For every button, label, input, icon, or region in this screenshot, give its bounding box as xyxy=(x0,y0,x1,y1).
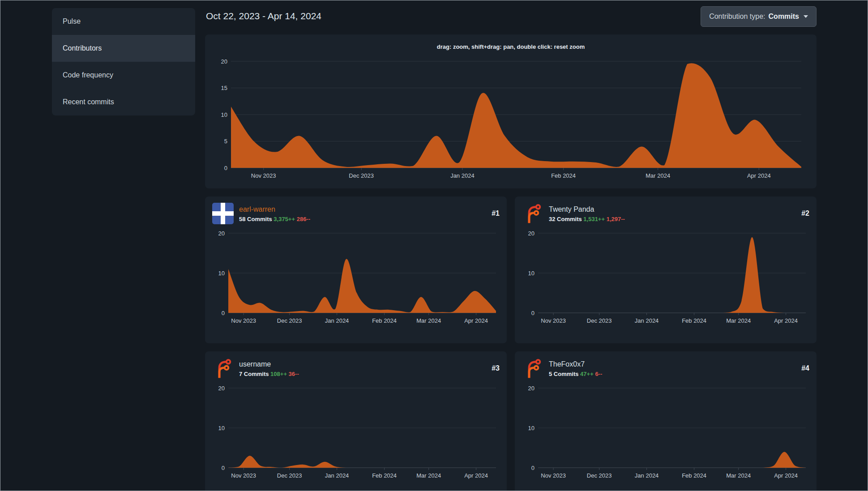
chart-zoom-hint: drag: zoom, shift+drag: pan, double clic… xyxy=(214,41,808,53)
contributor-meta: Twenty Panda 32 Commits 1,531++ 1,297-- xyxy=(549,205,625,222)
svg-text:Nov 2023: Nov 2023 xyxy=(231,317,256,324)
contributor-header: username 7 Commits 108++ 36-- #3 xyxy=(212,358,500,379)
rank-badge: #1 xyxy=(492,209,500,218)
sidebar-item-contributors[interactable]: Contributors xyxy=(52,35,195,62)
contributor-name-link[interactable]: TheFox0x7 xyxy=(549,360,602,369)
svg-text:0: 0 xyxy=(531,310,534,316)
avatar[interactable] xyxy=(212,358,234,379)
contributor-stats: 5 Commits 47++ 6-- xyxy=(549,371,602,377)
contribution-type-value: Commits xyxy=(769,13,799,21)
svg-text:Dec 2023: Dec 2023 xyxy=(587,472,612,479)
svg-text:0: 0 xyxy=(222,465,225,471)
svg-text:Dec 2023: Dec 2023 xyxy=(587,317,612,324)
svg-text:Feb 2024: Feb 2024 xyxy=(682,317,706,324)
deletions-count: 36-- xyxy=(289,371,299,377)
svg-text:0: 0 xyxy=(222,310,225,316)
deletions-count: 6-- xyxy=(595,371,602,377)
sidebar-item-recent-commits[interactable]: Recent commits xyxy=(52,89,195,115)
avatar[interactable] xyxy=(522,358,543,379)
additions-count: 1,531++ xyxy=(583,216,605,222)
sidebar-item-code-frequency[interactable]: Code frequency xyxy=(52,62,195,89)
contributor-stats: 58 Commits 3,375++ 286-- xyxy=(239,216,310,222)
svg-text:Nov 2023: Nov 2023 xyxy=(231,472,256,479)
contributor-grid: earl-warren 58 Commits 3,375++ 286-- #1 … xyxy=(205,196,817,491)
svg-text:Nov 2023: Nov 2023 xyxy=(541,317,566,324)
additions-count: 108++ xyxy=(270,371,287,377)
contributor-commits-chart[interactable]: 01020Nov 2023Dec 2023Jan 2024Feb 2024Mar… xyxy=(522,383,809,483)
identicon-avatar-icon xyxy=(212,203,234,224)
svg-text:5: 5 xyxy=(224,138,227,145)
contributor-name-link[interactable]: earl-warren xyxy=(239,205,310,214)
avatar[interactable] xyxy=(212,203,234,224)
contributor-stats: 7 Commits 108++ 36-- xyxy=(239,371,299,377)
contributor-header: Twenty Panda 32 Commits 1,531++ 1,297-- … xyxy=(522,203,809,224)
svg-text:Nov 2023: Nov 2023 xyxy=(251,172,276,179)
svg-text:Mar 2024: Mar 2024 xyxy=(416,472,441,479)
svg-text:10: 10 xyxy=(218,425,225,431)
rank-badge: #4 xyxy=(801,364,809,372)
svg-text:Dec 2023: Dec 2023 xyxy=(349,172,374,179)
svg-text:0: 0 xyxy=(224,165,227,171)
rank-badge: #2 xyxy=(801,209,809,218)
contributor-header: TheFox0x7 5 Commits 47++ 6-- #4 xyxy=(522,358,809,379)
contributor-name-link[interactable]: username xyxy=(239,360,299,369)
svg-text:Feb 2024: Feb 2024 xyxy=(551,172,576,179)
svg-text:Mar 2024: Mar 2024 xyxy=(726,472,751,479)
contributor-header: earl-warren 58 Commits 3,375++ 286-- #1 xyxy=(212,203,500,224)
additions-count: 3,375++ xyxy=(274,216,295,222)
contributor-stats: 32 Commits 1,531++ 1,297-- xyxy=(549,216,625,222)
svg-text:Nov 2023: Nov 2023 xyxy=(541,472,566,479)
commit-count: 5 Commits xyxy=(549,371,578,377)
contributor-meta: earl-warren 58 Commits 3,375++ 286-- xyxy=(239,205,310,222)
svg-text:20: 20 xyxy=(218,385,225,392)
contributor-commits-chart[interactable]: 01020Nov 2023Dec 2023Jan 2024Feb 2024Mar… xyxy=(522,228,809,328)
svg-text:Feb 2024: Feb 2024 xyxy=(372,472,397,479)
svg-text:Jan 2024: Jan 2024 xyxy=(325,472,349,479)
contributor-name-link[interactable]: Twenty Panda xyxy=(549,205,625,214)
svg-text:Mar 2024: Mar 2024 xyxy=(416,317,441,324)
svg-text:20: 20 xyxy=(528,230,534,237)
svg-text:15: 15 xyxy=(221,85,227,91)
commit-count: 32 Commits xyxy=(549,216,582,222)
main-content: Oct 22, 2023 - Apr 14, 2024 Contribution… xyxy=(205,0,817,491)
avatar[interactable] xyxy=(522,203,543,224)
contributor-card-3: username 7 Commits 108++ 36-- #3 01020No… xyxy=(205,351,507,491)
svg-text:Dec 2023: Dec 2023 xyxy=(277,317,302,324)
svg-text:10: 10 xyxy=(528,425,534,431)
overall-chart-card: drag: zoom, shift+drag: pan, double clic… xyxy=(205,34,817,188)
svg-text:20: 20 xyxy=(221,58,227,65)
svg-text:Jan 2024: Jan 2024 xyxy=(635,472,659,479)
svg-text:Apr 2024: Apr 2024 xyxy=(774,317,798,324)
contributor-card-4: TheFox0x7 5 Commits 47++ 6-- #4 01020Nov… xyxy=(515,351,817,491)
svg-text:Apr 2024: Apr 2024 xyxy=(747,172,771,179)
svg-text:Dec 2023: Dec 2023 xyxy=(277,472,302,479)
svg-text:10: 10 xyxy=(218,270,225,277)
svg-text:Apr 2024: Apr 2024 xyxy=(464,472,488,479)
svg-text:Apr 2024: Apr 2024 xyxy=(464,317,488,324)
svg-text:10: 10 xyxy=(221,111,227,118)
svg-text:Jan 2024: Jan 2024 xyxy=(450,172,475,179)
svg-text:Jan 2024: Jan 2024 xyxy=(635,317,659,324)
contributor-commits-chart[interactable]: 01020Nov 2023Dec 2023Jan 2024Feb 2024Mar… xyxy=(212,383,500,483)
commit-count: 58 Commits xyxy=(239,216,272,222)
svg-text:Mar 2024: Mar 2024 xyxy=(726,317,751,324)
overall-commits-chart[interactable]: 05101520Nov 2023Dec 2023Jan 2024Feb 2024… xyxy=(214,57,808,185)
svg-text:Feb 2024: Feb 2024 xyxy=(372,317,397,324)
activity-sidebar: Pulse Contributors Code frequency Recent… xyxy=(52,8,195,115)
contribution-type-dropdown[interactable]: Contribution type: Commits xyxy=(701,6,817,27)
contributor-commits-chart[interactable]: 01020Nov 2023Dec 2023Jan 2024Feb 2024Mar… xyxy=(212,228,500,328)
svg-text:0: 0 xyxy=(531,465,534,471)
svg-text:Jan 2024: Jan 2024 xyxy=(325,317,349,324)
deletions-count: 286-- xyxy=(297,216,310,222)
forgejo-logo-icon xyxy=(212,358,234,379)
sidebar-item-pulse[interactable]: Pulse xyxy=(52,8,195,35)
contributor-card-2: Twenty Panda 32 Commits 1,531++ 1,297-- … xyxy=(515,196,817,343)
commit-count: 7 Commits xyxy=(239,371,269,377)
svg-text:20: 20 xyxy=(218,230,225,237)
date-range-title: Oct 22, 2023 - Apr 14, 2024 xyxy=(206,11,321,21)
svg-text:Apr 2024: Apr 2024 xyxy=(774,472,798,479)
contributor-meta: TheFox0x7 5 Commits 47++ 6-- xyxy=(549,360,602,377)
svg-text:Feb 2024: Feb 2024 xyxy=(682,472,706,479)
additions-count: 47++ xyxy=(580,371,594,377)
svg-text:10: 10 xyxy=(528,270,534,277)
